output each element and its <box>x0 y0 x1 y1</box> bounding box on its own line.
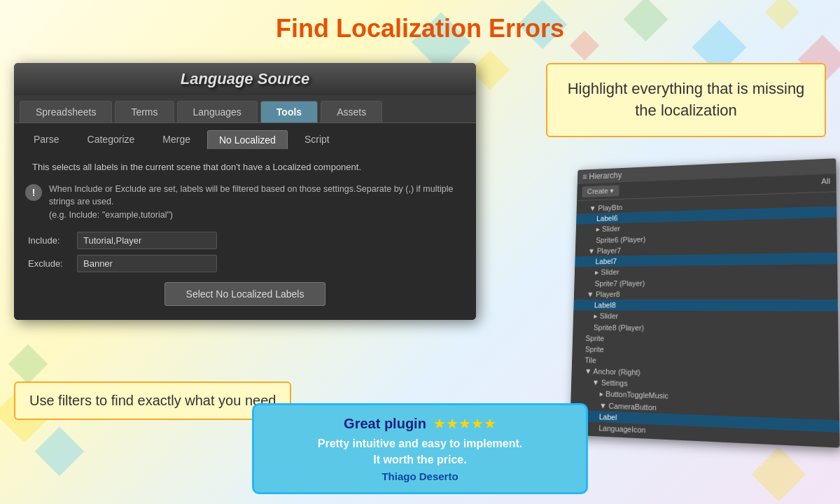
bottom-left-box: Use filters to find exactly what you nee… <box>14 382 291 420</box>
info-box-text: Highlight everything that is missing the… <box>568 80 805 119</box>
warning-icon: ! <box>25 184 42 201</box>
list-item[interactable]: ▼ Player8 <box>574 288 838 300</box>
main-content: Find Localization Errors Language Source… <box>0 0 840 504</box>
hierarchy-create-button[interactable]: Create ▾ <box>582 185 619 197</box>
warning-row: ! When Include or Exclude are set, label… <box>25 183 465 222</box>
hierarchy-panel: ≡ Hierarchy Create ▾ All ▼ PlayBtn Label… <box>570 158 840 447</box>
subtab-parse[interactable]: Parse <box>22 130 71 149</box>
include-field-row: Include: <box>25 232 465 249</box>
hierarchy-title: ≡ Hierarchy <box>582 171 622 181</box>
sub-tabs: Parse Categorize Merge No Localized Scri… <box>14 122 476 149</box>
exclude-label: Exclude: <box>28 258 70 269</box>
window-titlebar: Language Source <box>14 63 476 95</box>
language-source-window: Language Source Spreadsheets Terms Langu… <box>14 63 476 320</box>
list-item[interactable]: Label8 <box>573 300 838 312</box>
window-title: Language Source <box>181 70 310 88</box>
subtab-no-localized[interactable]: No Localized <box>207 130 288 149</box>
bottom-left-text: Use filters to find exactly what you nee… <box>29 393 276 408</box>
subtab-script[interactable]: Script <box>293 130 341 149</box>
review-text: Pretty intuitive and easy to implement.I… <box>268 436 572 468</box>
main-tabs: Spreadsheets Terms Languages Tools Asset… <box>14 95 476 122</box>
review-stars: ★★★★★ <box>433 415 496 432</box>
review-header: Great plugin ★★★★★ <box>268 415 572 432</box>
review-author: Thiago Deserto <box>268 470 572 482</box>
subtab-merge[interactable]: Merge <box>151 130 202 149</box>
page-title: Find Localization Errors <box>14 14 826 43</box>
review-title: Great plugin <box>344 416 426 432</box>
tab-tools[interactable]: Tools <box>260 101 318 122</box>
include-label: Include: <box>28 235 70 246</box>
warning-text: When Include or Exclude are set, labels … <box>49 183 465 222</box>
subtab-categorize[interactable]: Categorize <box>76 130 146 149</box>
content-description: This selects all labels in the current s… <box>25 160 465 174</box>
include-input[interactable] <box>77 232 217 249</box>
exclude-field-row: Exclude: <box>25 255 465 272</box>
language-source-panel: Language Source Spreadsheets Terms Langu… <box>14 63 476 320</box>
hierarchy-content: ▼ PlayBtn Label6 ▸ Slider Sprite6 (Playe… <box>570 192 840 447</box>
review-box: Great plugin ★★★★★ Pretty intuitive and … <box>252 403 588 494</box>
tab-languages[interactable]: Languages <box>177 101 258 122</box>
tab-assets[interactable]: Assets <box>321 101 382 122</box>
select-no-localized-button[interactable]: Select No Localized Labels <box>164 282 326 306</box>
list-item[interactable]: Sprite7 (Player) <box>574 276 837 289</box>
window-content: This selects all labels in the current s… <box>14 149 476 320</box>
exclude-input[interactable] <box>77 255 217 272</box>
tab-terms[interactable]: Terms <box>115 101 174 122</box>
info-box: Highlight everything that is missing the… <box>546 63 826 137</box>
hierarchy-all-label: All <box>821 176 830 188</box>
tab-spreadsheets[interactable]: Spreadsheets <box>20 101 112 122</box>
